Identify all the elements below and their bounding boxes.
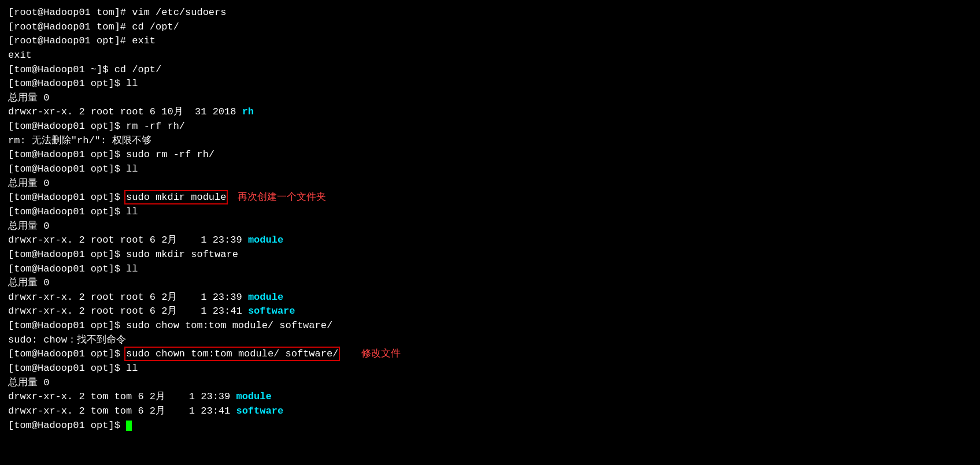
line-20: 总用量 0 — [8, 276, 972, 291]
line-18: [tom@Hadoop01 opt]$ sudo mkdir software — [8, 248, 972, 262]
line-23: [tom@Hadoop01 opt]$ sudo chow tom:tom mo… — [8, 319, 972, 333]
line-26: [tom@Hadoop01 opt]$ ll — [8, 362, 972, 376]
line-10: rm: 无法删除"rh/": 权限不够 — [8, 134, 972, 148]
line-6: [tom@Hadoop01 opt]$ ll — [8, 77, 972, 91]
line-21: drwxr-xr-x. 2 root root 6 2月 1 23:39 mod… — [8, 291, 972, 305]
line-22: drwxr-xr-x. 2 root root 6 2月 1 23:41 sof… — [8, 304, 972, 319]
line-8: drwxr-xr-x. 2 root root 6 10月 31 2018 rh — [8, 105, 972, 120]
line-19: [tom@Hadoop01 opt]$ ll — [8, 262, 972, 277]
boxed-mkdir-module: sudo mkdir module — [126, 192, 226, 203]
line-2: [root@Hadoop01 tom]# cd /opt/ — [8, 20, 972, 35]
line-24: sudo: chow：找不到命令 — [8, 333, 972, 348]
terminal: [root@Hadoop01 tom]# vim /etc/sudoers [r… — [8, 6, 972, 433]
line-11: [tom@Hadoop01 opt]$ sudo rm -rf rh/ — [8, 148, 972, 162]
line-13: 总用量 0 — [8, 177, 972, 191]
line-30: [tom@Hadoop01 opt]$ — [8, 419, 972, 433]
line-3: [root@Hadoop01 opt]# exit — [8, 34, 972, 49]
annotation-modify-file: 修改文件 — [361, 347, 401, 362]
line-1: [root@Hadoop01 tom]# vim /etc/sudoers — [8, 6, 972, 20]
line-12: [tom@Hadoop01 opt]$ ll — [8, 162, 972, 177]
annotation-create-folder: 再次创建一个文件夹 — [238, 191, 326, 205]
line-17: drwxr-xr-x. 2 root root 6 2月 1 23:39 mod… — [8, 233, 972, 248]
line-14: [tom@Hadoop01 opt]$ sudo mkdir module 再次… — [8, 191, 972, 205]
line-29: drwxr-xr-x. 2 tom tom 6 2月 1 23:41 softw… — [8, 404, 972, 419]
line-4: exit — [8, 49, 972, 63]
line-28: drwxr-xr-x. 2 tom tom 6 2月 1 23:39 modul… — [8, 390, 972, 404]
line-16: 总用量 0 — [8, 220, 972, 234]
line-9: [tom@Hadoop01 opt]$ rm -rf rh/ — [8, 120, 972, 134]
boxed-chown: sudo chown tom:tom module/ software/ — [126, 348, 338, 359]
line-25: [tom@Hadoop01 opt]$ sudo chown tom:tom m… — [8, 347, 972, 362]
line-5: [tom@Hadoop01 ~]$ cd /opt/ — [8, 63, 972, 77]
line-27: 总用量 0 — [8, 376, 972, 390]
cursor — [126, 421, 132, 431]
line-7: 总用量 0 — [8, 91, 972, 106]
line-15: [tom@Hadoop01 opt]$ ll — [8, 205, 972, 220]
